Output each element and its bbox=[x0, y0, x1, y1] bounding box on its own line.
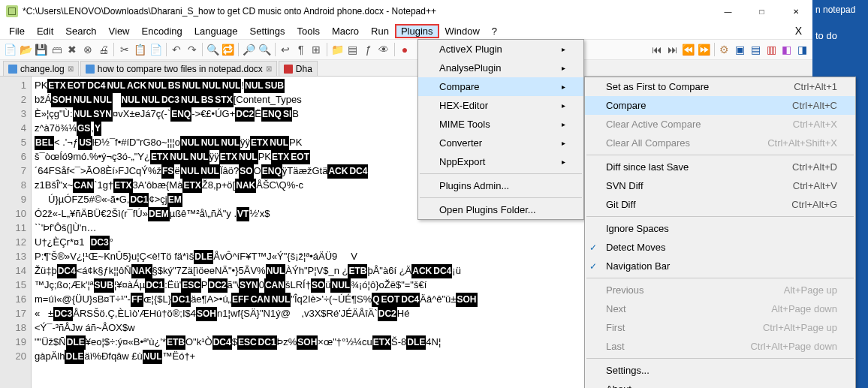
tab-label: change.log bbox=[20, 64, 65, 74]
menu-run[interactable]: Run bbox=[365, 24, 395, 38]
compare-next-icon[interactable]: ⏭ bbox=[665, 41, 680, 58]
menu-plugins[interactable]: Plugins bbox=[395, 24, 439, 38]
compare-item-ignore-spaces[interactable]: Ignore Spaces bbox=[585, 219, 855, 238]
compare-item-previous: PreviousAlt+Page up bbox=[585, 281, 855, 299]
wrap-icon[interactable]: ↩ bbox=[279, 41, 293, 58]
toolbar-separator bbox=[166, 43, 167, 56]
menu-file[interactable]: File bbox=[3, 24, 31, 38]
print-icon[interactable]: 🖨 bbox=[97, 41, 111, 58]
hex-c-icon[interactable]: ▥ bbox=[764, 41, 779, 58]
secondary-close-button[interactable]: X bbox=[788, 25, 809, 37]
folder-icon[interactable]: 📁 bbox=[330, 41, 345, 58]
toolbar-separator bbox=[238, 43, 239, 56]
window-title: *C:\Users\LENOVO\Downloads\Dharani_S_how… bbox=[23, 6, 711, 17]
plugins-item-mime-tools[interactable]: MIME Tools▸ bbox=[418, 115, 583, 134]
tab-label: how to compare two files in notepad.docx bbox=[98, 64, 263, 74]
close-all-icon[interactable]: ⊗ bbox=[81, 41, 95, 58]
record-macro-icon[interactable]: ● bbox=[398, 41, 412, 58]
paste-icon[interactable]: 📄 bbox=[149, 41, 163, 58]
monitor-icon[interactable]: 👁 bbox=[377, 41, 391, 58]
compare-item-about-[interactable]: About... bbox=[585, 380, 855, 388]
compare-item-first: FirstCtrl+Alt+Page up bbox=[585, 318, 855, 337]
minimize-button[interactable]: — bbox=[711, 0, 745, 23]
tab-close-icon[interactable]: ⊠ bbox=[266, 65, 272, 73]
new-file-icon[interactable]: 📄 bbox=[3, 41, 17, 58]
compare-item-compare[interactable]: CompareCtrl+Alt+C bbox=[585, 96, 855, 115]
file-icon bbox=[8, 65, 17, 74]
plugins-item-plugins-admin-[interactable]: Plugins Admin... bbox=[418, 176, 583, 195]
maximize-button[interactable]: □ bbox=[745, 0, 779, 23]
plugins-item-nppexport[interactable]: NppExport▸ bbox=[418, 152, 583, 171]
indent-guide-icon[interactable]: ⊞ bbox=[309, 41, 324, 58]
plugins-item-analyseplugin[interactable]: AnalysePlugin▸ bbox=[418, 59, 583, 77]
tab-close-icon[interactable]: ⊠ bbox=[68, 65, 74, 73]
tab-changelog[interactable]: change.log ⊠ bbox=[3, 61, 79, 76]
menubar: File Edit Search View Encoding Language … bbox=[0, 23, 812, 39]
compare-item-navigation-bar[interactable]: ✓Navigation Bar bbox=[585, 257, 855, 275]
plugins-item-converter[interactable]: Converter▸ bbox=[418, 134, 583, 152]
toolbar-separator bbox=[113, 43, 114, 56]
plugins-dropdown: ActiveX Plugin▸AnalysePlugin▸Compare▸HEX… bbox=[417, 39, 584, 220]
compare-item-detect-moves[interactable]: ✓Detect Moves bbox=[585, 238, 855, 257]
menu-language[interactable]: Language bbox=[188, 24, 244, 38]
menu-macro[interactable]: Macro bbox=[326, 24, 365, 38]
func-list-icon[interactable]: ƒ bbox=[361, 41, 375, 58]
compare-submenu: Set as First to CompareCtrl+Alt+1Compare… bbox=[584, 77, 856, 388]
menu-edit[interactable]: Edit bbox=[31, 24, 59, 38]
plugins-item-open-plugins-folder-[interactable]: Open Plugins Folder... bbox=[418, 200, 583, 219]
plugins-item-hex-editor[interactable]: HEX-Editor▸ bbox=[418, 96, 583, 115]
menu-encoding[interactable]: Encoding bbox=[136, 24, 188, 38]
compare-prev-icon[interactable]: ⏮ bbox=[649, 41, 664, 58]
doc-map-icon[interactable]: ▤ bbox=[345, 41, 360, 58]
compare-item-clear-all-compares: Clear All ComparesCtrl+Alt+Shift+X bbox=[585, 134, 855, 152]
tab-dha[interactable]: Dha bbox=[279, 61, 318, 76]
hex-a-icon[interactable]: ▣ bbox=[733, 41, 747, 58]
undo-icon[interactable]: ↶ bbox=[169, 41, 183, 58]
menu-help[interactable]: ? bbox=[486, 24, 503, 38]
save-icon[interactable]: 💾 bbox=[35, 41, 49, 58]
menu-search[interactable]: Search bbox=[59, 24, 102, 38]
menu-tools[interactable]: Tools bbox=[291, 24, 326, 38]
plugins-item-compare[interactable]: Compare▸ bbox=[418, 77, 583, 96]
app-icon bbox=[6, 5, 18, 17]
menu-view[interactable]: View bbox=[103, 24, 136, 38]
tab-label: Dha bbox=[296, 64, 312, 74]
file-icon bbox=[86, 65, 95, 74]
replace-icon[interactable]: 🔁 bbox=[222, 41, 236, 58]
toolbar: 📄 📂 💾 🗃 ✖ ⊗ 🖨 ✂ 📋 📄 ↶ ↷ 🔍 🔁 🔎 🔍 ↩ ¶ ⊞ 📁 … bbox=[0, 39, 812, 60]
cut-icon[interactable]: ✂ bbox=[117, 41, 131, 58]
toolbar-separator bbox=[394, 43, 395, 56]
copy-icon[interactable]: 📋 bbox=[133, 41, 147, 58]
menu-window[interactable]: Window bbox=[439, 24, 486, 38]
compare-icon[interactable]: ⚙ bbox=[717, 41, 731, 58]
close-window-button[interactable]: ✕ bbox=[779, 0, 812, 23]
tab-how-to-compare[interactable]: how to compare two files in notepad.docx… bbox=[80, 61, 277, 76]
hex-d-icon[interactable]: ◧ bbox=[779, 41, 794, 58]
find-icon[interactable]: 🔍 bbox=[206, 41, 220, 58]
close-icon[interactable]: ✖ bbox=[65, 41, 80, 58]
hex-b-icon[interactable]: ▤ bbox=[749, 41, 763, 58]
compare-item-clear-active-compare: Clear Active CompareCtrl+Alt+X bbox=[585, 115, 855, 134]
compare-item-last: LastCtrl+Alt+Page down bbox=[585, 337, 855, 356]
zoom-in-icon[interactable]: 🔎 bbox=[242, 41, 256, 58]
compare-item-set-as-first-to-compare[interactable]: Set as First to CompareCtrl+Alt+1 bbox=[585, 77, 855, 96]
compare-item-svn-diff[interactable]: SVN DiffCtrl+Alt+V bbox=[585, 176, 855, 195]
toolbar-separator bbox=[714, 43, 715, 56]
zoom-out-icon[interactable]: 🔍 bbox=[258, 41, 272, 58]
menu-settings[interactable]: Settings bbox=[244, 24, 291, 38]
compare-last-icon[interactable]: ⏩ bbox=[697, 41, 711, 58]
line-gutter: 1234567891011121314151617181920 bbox=[0, 77, 32, 388]
compare-first-icon[interactable]: ⏪ bbox=[681, 41, 695, 58]
hidden-chars-icon[interactable]: ¶ bbox=[294, 41, 308, 58]
compare-item-git-diff[interactable]: Git DiffCtrl+Alt+G bbox=[585, 195, 855, 214]
open-file-icon[interactable]: 📂 bbox=[19, 41, 33, 58]
side-section: to do bbox=[812, 20, 868, 52]
side-header: n notepad bbox=[812, 0, 868, 20]
compare-item-diff-since-last-save[interactable]: Diff since last SaveCtrl+Alt+D bbox=[585, 158, 855, 176]
save-all-icon[interactable]: 🗃 bbox=[50, 41, 64, 58]
toolbar-separator bbox=[275, 43, 276, 56]
compare-item-settings-[interactable]: Settings... bbox=[585, 361, 855, 380]
hex-e-icon[interactable]: ◨ bbox=[795, 41, 809, 58]
redo-icon[interactable]: ↷ bbox=[185, 41, 199, 58]
plugins-item-activex-plugin[interactable]: ActiveX Plugin▸ bbox=[418, 40, 583, 59]
